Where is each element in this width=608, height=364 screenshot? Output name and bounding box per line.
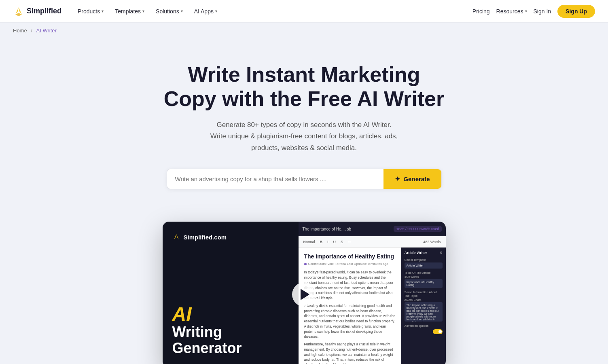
topic-field[interactable]: Importance of Healthy Eating bbox=[405, 279, 443, 288]
editor-body: The Importance of Healthy Eating Contrib… bbox=[299, 248, 446, 364]
svg-marker-2 bbox=[174, 234, 178, 239]
toolbar-bold[interactable]: B bbox=[318, 239, 324, 245]
solutions-chevron-icon: ▾ bbox=[181, 9, 183, 13]
brand-name: Simplified bbox=[27, 7, 61, 15]
toolbar-italic[interactable]: I bbox=[326, 239, 330, 245]
video-writing-text: Writing bbox=[172, 324, 289, 340]
nav-products[interactable]: Products ▾ bbox=[73, 5, 108, 18]
editor-topbar-title: The importance of He..., sb bbox=[303, 227, 391, 231]
templates-chevron-icon: ▾ bbox=[142, 9, 144, 13]
nav-resources[interactable]: Resources ▾ bbox=[496, 8, 527, 15]
side-panel-header: Article Writer ✕ bbox=[405, 251, 443, 255]
topic-label: Topic Of The Article bbox=[405, 271, 443, 275]
nav-signin[interactable]: Sign In bbox=[534, 8, 551, 15]
info-count: 29/240 Chars bbox=[405, 298, 422, 301]
breadcrumb: Home / AI Writer bbox=[0, 23, 608, 38]
products-chevron-icon: ▾ bbox=[102, 9, 104, 13]
editor-toolbar: Normal B I U S ··· 482 Words bbox=[299, 236, 446, 248]
video-brand-text: Simplified.com bbox=[184, 234, 227, 241]
editor-para-2: A healthy diet is essential for maintain… bbox=[304, 303, 396, 339]
hero-section: Write Instant Marketing Copy with the Fr… bbox=[0, 38, 608, 205]
editor-side-panel: Article Writer ✕ Select Template Article… bbox=[401, 248, 446, 364]
search-input[interactable] bbox=[167, 169, 384, 189]
editor-para-1: In today's fast-paced world, it can be e… bbox=[304, 270, 396, 301]
nav-right: Pricing Resources ▾ Sign In Sign Up bbox=[472, 5, 595, 18]
toolbar-underline[interactable]: U bbox=[332, 239, 338, 245]
template-select[interactable]: Article Writer bbox=[405, 262, 443, 269]
hero-subtitle-line2: Write unique & plagiarism-free content f… bbox=[210, 132, 398, 140]
ai-apps-chevron-icon: ▾ bbox=[215, 9, 217, 13]
hero-subtitle-line1: Generate 80+ types of copy in seconds wi… bbox=[216, 121, 391, 129]
nav-links: Products ▾ Templates ▾ Solutions ▾ AI Ap… bbox=[73, 5, 472, 18]
editor-word-count-badge: 1635 / 250000 words used bbox=[394, 226, 441, 232]
generate-button[interactable]: ✦ Generate bbox=[383, 169, 441, 189]
info-count-row: 29/240 Chars bbox=[405, 298, 443, 301]
nav-templates[interactable]: Templates ▾ bbox=[110, 5, 149, 18]
editor-body-text: In today's fast-paced world, it can be e… bbox=[304, 270, 396, 364]
toolbar-more[interactable]: ··· bbox=[346, 239, 353, 245]
video-headline: AI Writing Generator bbox=[172, 305, 289, 356]
editor-para-3: Furthermore, healthy eating plays a cruc… bbox=[304, 342, 396, 364]
hero-subtitle-line3: products, websites & social media. bbox=[251, 144, 357, 152]
hero-title: Write Instant Marketing Copy with the Fr… bbox=[163, 63, 446, 111]
editor-meta-dot bbox=[304, 263, 307, 265]
topic-count: 4/20 Words bbox=[405, 275, 419, 278]
editor-meta: Contributors: Vale Ferreira Last Updated… bbox=[304, 262, 396, 266]
nav-pricing[interactable]: Pricing bbox=[472, 8, 490, 15]
play-button-container[interactable] bbox=[292, 282, 316, 307]
toolbar-normal[interactable]: Normal bbox=[302, 239, 317, 245]
info-label: Some Information About The Topic bbox=[405, 290, 443, 298]
play-triangle-icon bbox=[301, 289, 309, 300]
advanced-toggle[interactable] bbox=[433, 329, 443, 334]
generate-icon: ✦ bbox=[395, 175, 400, 183]
generate-label: Generate bbox=[403, 176, 430, 182]
editor-meta-text: Contributors: Vale Ferreira Last Updated… bbox=[308, 262, 388, 266]
video-left-panel: Simplified.com AI Writing Generator bbox=[163, 222, 299, 364]
play-button[interactable] bbox=[292, 282, 316, 307]
video-container[interactable]: Simplified.com AI Writing Generator The … bbox=[163, 222, 446, 364]
template-label: Select Template bbox=[405, 258, 443, 262]
hero-subtitle: Generate 80+ types of copy in seconds wi… bbox=[191, 119, 417, 154]
video-section: Simplified.com AI Writing Generator The … bbox=[0, 205, 608, 364]
side-panel-close-button[interactable]: ✕ bbox=[439, 251, 443, 255]
side-panel-title: Article Writer bbox=[405, 251, 427, 255]
video-ai-text: AI bbox=[172, 305, 289, 324]
breadcrumb-current: AI Writer bbox=[36, 28, 57, 34]
breadcrumb-home[interactable]: Home bbox=[13, 28, 27, 34]
toolbar-strikethrough[interactable]: S bbox=[339, 239, 345, 245]
search-bar: ✦ Generate bbox=[167, 169, 442, 189]
logo-icon bbox=[13, 6, 24, 17]
video-inner: Simplified.com AI Writing Generator The … bbox=[163, 222, 446, 364]
navbar: Simplified Products ▾ Templates ▾ Soluti… bbox=[0, 0, 608, 23]
editor-article-title: The Importance of Healthy Eating bbox=[304, 253, 396, 260]
nav-solutions[interactable]: Solutions ▾ bbox=[151, 5, 188, 18]
advanced-label: Advanced options bbox=[405, 324, 443, 328]
breadcrumb-separator: / bbox=[31, 28, 32, 34]
resources-chevron-icon: ▾ bbox=[525, 9, 527, 13]
info-field[interactable]: The impact of having a healthy diet, the… bbox=[405, 302, 443, 322]
video-logo-icon bbox=[172, 233, 180, 241]
video-generator-text: Generator bbox=[172, 340, 289, 356]
editor-topbar: The importance of He..., sb 1635 / 25000… bbox=[299, 222, 446, 236]
video-brand: Simplified.com bbox=[172, 233, 289, 241]
toolbar-word-count: 482 Words bbox=[422, 239, 442, 245]
svg-marker-1 bbox=[15, 13, 22, 16]
video-right-panel: The importance of He..., sb 1635 / 25000… bbox=[299, 222, 446, 364]
brand-logo[interactable]: Simplified bbox=[13, 6, 61, 17]
nav-signup-button[interactable]: Sign Up bbox=[557, 5, 595, 18]
topic-count-row: 4/20 Words bbox=[405, 275, 443, 278]
nav-ai-apps[interactable]: AI Apps ▾ bbox=[189, 5, 222, 18]
